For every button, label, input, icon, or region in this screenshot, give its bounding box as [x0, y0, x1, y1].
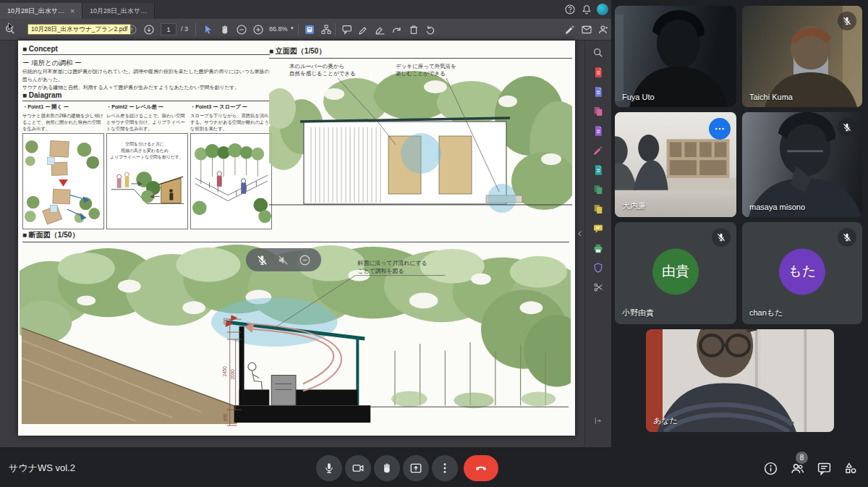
point1-diagram — [22, 133, 104, 229]
pdf-tab-1-label: 10月28日_出水サ… — [7, 7, 64, 16]
mic-muted-badge — [838, 12, 856, 30]
activities-icon[interactable] — [842, 460, 859, 477]
zoom-in-icon[interactable] — [251, 22, 265, 37]
participant-name: Fuya Uto — [622, 93, 655, 101]
edit-pdf-icon[interactable] — [592, 124, 605, 137]
close-tab-icon[interactable]: × — [70, 7, 75, 15]
page-display-icon[interactable] — [302, 22, 317, 37]
fill-sign-icon[interactable] — [563, 22, 577, 37]
participant-tile-ono[interactable]: 由貴 小野由貴 — [615, 222, 736, 324]
participant-tile-fuya[interactable]: Fuya Uto — [615, 6, 736, 107]
pdf-tab-2[interactable]: 10月28日_出水サ… — [82, 3, 155, 19]
chat-icon[interactable] — [815, 460, 833, 477]
screenshare-overlay-controls — [246, 248, 321, 271]
participant-name: あなた — [653, 415, 678, 426]
combine-files-icon[interactable] — [592, 183, 605, 196]
pdf-tab-2-label: 10月28日_出水サ… — [90, 7, 147, 16]
fill-and-sign-icon[interactable] — [592, 144, 605, 157]
pdf-canvas: ■ Concept ー 場所との調和 ー 伝統的な日本家屋には囲炉裏が設けられて… — [0, 41, 611, 447]
next-page-icon[interactable] — [142, 22, 156, 37]
elevation-drawing: 木のルーバーの奥から 自然を感じることができる デッキに座って外気浴を 楽しむこ… — [269, 58, 572, 226]
point1-body: サウナと脱衣所の2棟の建物を少し傾けることで、自然に開かれた独自の空間を生み出す… — [22, 112, 103, 132]
participant-name: masaya misono — [749, 203, 805, 211]
elevation-note1-line1: 木のルーバーの奥から — [289, 63, 344, 69]
comment-panel-icon[interactable] — [592, 222, 605, 235]
send-tool-icon[interactable] — [390, 22, 404, 37]
minimize-icon[interactable] — [299, 254, 311, 266]
organize-icon[interactable] — [319, 22, 333, 37]
participant-name: chanもた — [749, 308, 783, 318]
mic-button[interactable] — [316, 455, 342, 481]
comment-tool-icon[interactable] — [340, 22, 354, 37]
page-number-input[interactable]: 1 — [161, 23, 176, 35]
meet-bottom-bar: サウナWS vol.2 — [0, 447, 868, 487]
section-note-line2: ことで調和を図る — [357, 268, 404, 274]
concept-body-2: サウナがある建物と自然、利用する人々で囲炉裏が生みだすようなあたたかい空間を創り… — [22, 85, 240, 90]
page-total-label: / 3 — [181, 25, 188, 33]
bell-icon[interactable] — [579, 2, 594, 17]
present-button[interactable] — [403, 455, 429, 481]
point2-note-line3: よりプライベートな空間を創りだす。 — [110, 155, 184, 160]
elevation-note2-line1: デッキに座って外気浴を — [396, 63, 456, 69]
mic-muted-badge — [838, 228, 856, 247]
pdf-tab-bar: 10月28日_出水サ… × 10月28日_出水サ… — [0, 0, 611, 19]
concept-heading: ■ Concept — [22, 45, 270, 55]
dim-2450: 2450 — [222, 366, 227, 377]
more-tools-icon[interactable] — [592, 281, 605, 294]
elevation-note1-line2: 自然を感じることができる — [289, 70, 356, 77]
account-avatar[interactable] — [597, 4, 608, 15]
point3-body: スロープを下りながら、雰囲気を演出する。サウナがある空間が離れのような役割を果た… — [190, 112, 273, 132]
filename-tooltip: 10月28日_出水サウナ_プラン2.pdf — [27, 24, 131, 35]
protect-icon[interactable] — [592, 261, 605, 274]
sign-tool-icon[interactable] — [373, 22, 388, 37]
diagram-heading: ■ Daiagram — [22, 91, 270, 101]
organize-pages-icon[interactable] — [592, 105, 605, 118]
participant-tile-taichi[interactable]: Taichi Kuma — [742, 6, 862, 107]
print-icon[interactable] — [592, 242, 605, 255]
participant-tile-ouchi[interactable]: 大内廉 — [615, 112, 736, 217]
people-count-badge: 8 — [796, 452, 808, 464]
raise-hand-button[interactable] — [374, 455, 400, 481]
point2-title: ・Point2 ー レベル差 ー — [106, 103, 187, 111]
delete-tool-icon[interactable] — [407, 22, 421, 37]
convert-pdf-icon[interactable] — [592, 164, 605, 177]
select-tool-icon[interactable] — [201, 22, 216, 37]
pdf-toolbar: 10月28日_出水サウナ_プラン2.pdf 1 / 3 86.8% ▾ — [0, 19, 611, 41]
mic-off-icon[interactable] — [256, 254, 268, 266]
copy-pages-icon[interactable] — [592, 203, 605, 216]
zoom-out-icon[interactable] — [234, 22, 249, 37]
create-pdf-icon[interactable] — [592, 85, 605, 98]
zoom-caret-icon[interactable]: ▾ — [291, 25, 294, 31]
shared-screen: 10月28日_出水サ… × 10月28日_出水サ… 10月28日_出水サウナ_プ… — [0, 0, 611, 447]
point3-title: ・Point3 ー スロープ ー — [190, 103, 273, 111]
hand-tool-icon[interactable] — [218, 22, 232, 37]
pdf-tab-1[interactable]: 10月28日_出水サ… × — [0, 3, 82, 19]
point2-diagram: 空間を分けると共に、 視線の高さも変わるため、 よりプライベートな空間を創りだす… — [106, 133, 188, 229]
export-pdf-icon[interactable] — [592, 66, 605, 79]
camera-button[interactable] — [345, 455, 371, 481]
more-options-button[interactable] — [432, 455, 458, 481]
tile-more-options-button[interactable] — [709, 118, 731, 140]
collapse-panel-icon[interactable] — [576, 230, 584, 239]
search-comments-icon[interactable] — [592, 46, 605, 59]
participant-tile-masaya[interactable]: masaya misono — [742, 112, 862, 217]
audio-off-icon[interactable] — [277, 254, 289, 266]
section-heading: ■ 断面図（1/50） — [22, 230, 569, 242]
point2-body: レベル差を設けることで、賑わい空間とサウナ空間を分け、よりプライベートな空間を生… — [106, 112, 187, 132]
undo-icon[interactable] — [423, 22, 438, 37]
highlight-tool-icon[interactable] — [357, 22, 371, 37]
participant-tile-chan[interactable]: もた chanもた — [742, 222, 862, 324]
participant-tile-you[interactable]: あなた — [646, 329, 834, 432]
account-icon[interactable] — [596, 22, 610, 37]
zoom-level[interactable]: 86.8% — [269, 25, 288, 33]
dim-450: 450 — [223, 318, 228, 326]
tools-sidebar — [584, 41, 611, 447]
participant-name: Taichi Kuma — [749, 93, 793, 101]
concept-body-1: 伝統的な日本家屋には囲炉裏が設けられていた。調理や暖房の役割を果たした囲炉裏の周… — [22, 69, 270, 82]
help-icon[interactable] — [563, 2, 577, 17]
expand-pane-icon[interactable] — [593, 415, 603, 428]
end-call-button[interactable] — [464, 455, 498, 481]
pdf-page[interactable]: ■ Concept ー 場所との調和 ー 伝統的な日本家屋には囲炉裏が設けられて… — [18, 41, 575, 436]
meeting-details-icon[interactable] — [762, 460, 779, 477]
email-icon[interactable] — [579, 22, 594, 37]
